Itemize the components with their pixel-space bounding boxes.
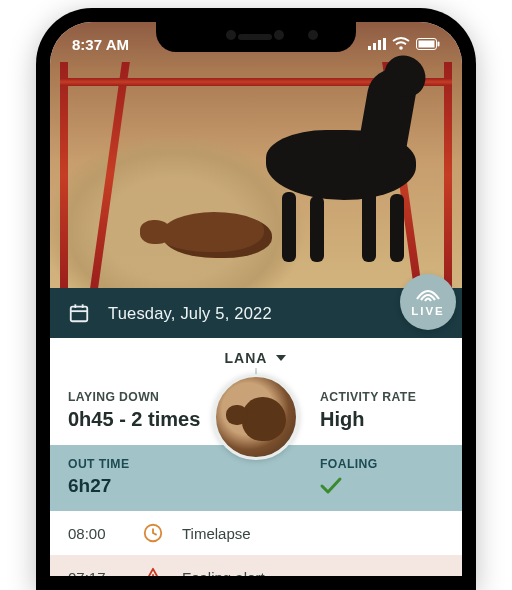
camera-feed[interactable]: [50, 22, 462, 288]
clock-icon: [142, 522, 182, 544]
date-strip: Tuesday, July 5, 2022 LIVE: [50, 288, 462, 338]
svg-rect-8: [71, 307, 88, 322]
event-row[interactable]: 08:00 Timelapse: [50, 511, 462, 555]
event-label: Foaling alert: [182, 569, 444, 577]
horse-name: LANA: [225, 350, 268, 366]
stat-value: [320, 475, 444, 497]
alert-triangle-icon: [142, 567, 182, 576]
stat-label: LAYING DOWN: [68, 390, 238, 404]
stat-out-time: OUT TIME 6h27: [50, 445, 256, 511]
stat-value: High: [320, 408, 444, 431]
stat-label: FOALING: [320, 457, 444, 471]
event-row[interactable]: 07:17 Foaling alert: [50, 555, 462, 576]
stat-foaling: FOALING: [256, 445, 462, 511]
phone-frame: 8:37 AM: [36, 8, 476, 590]
foal-silhouette: [162, 212, 272, 258]
live-label: LIVE: [411, 305, 445, 317]
event-time: 07:17: [68, 569, 142, 577]
event-label: Timelapse: [182, 525, 444, 542]
check-icon: [320, 475, 342, 496]
event-time: 08:00: [68, 525, 142, 542]
screen: 8:37 AM: [50, 22, 462, 576]
mare-silhouette: [266, 62, 416, 262]
stat-label: OUT TIME: [68, 457, 238, 471]
stat-value: 6h27: [68, 475, 238, 497]
stats-panel: LAYING DOWN 0h45 - 2 times ACTIVITY RATE…: [50, 378, 462, 511]
selected-date[interactable]: Tuesday, July 5, 2022: [108, 304, 272, 323]
event-log: 08:00 Timelapse 07:17 Foaling alert: [50, 511, 462, 576]
horse-avatar[interactable]: [213, 374, 299, 460]
chevron-down-icon: [275, 349, 287, 367]
live-badge[interactable]: LIVE: [400, 274, 456, 330]
calendar-icon[interactable]: [68, 302, 90, 324]
broadcast-icon: [415, 287, 441, 303]
stat-label: ACTIVITY RATE: [320, 390, 444, 404]
